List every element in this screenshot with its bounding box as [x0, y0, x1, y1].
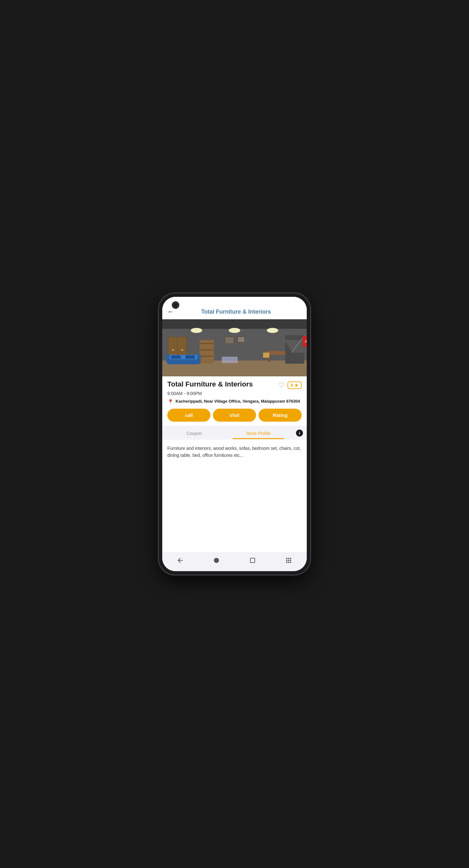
svg-rect-44 — [288, 560, 289, 561]
svg-point-4 — [267, 328, 278, 333]
info-icon: i — [296, 430, 303, 437]
svg-rect-43 — [286, 560, 287, 561]
svg-rect-26 — [263, 352, 269, 358]
svg-rect-48 — [290, 562, 291, 563]
store-description: Furniture and interiors, wood works, sof… — [167, 445, 302, 459]
svg-rect-30 — [287, 342, 304, 345]
visit-button[interactable]: Visit — [213, 409, 256, 422]
svg-rect-13 — [200, 349, 213, 350]
action-buttons: call Visit Rating — [167, 409, 302, 422]
store-image: IN — [162, 319, 307, 376]
svg-rect-37 — [222, 357, 238, 363]
svg-rect-15 — [225, 337, 234, 344]
bottom-nav — [162, 553, 307, 571]
svg-rect-39 — [250, 558, 255, 563]
tab-store-profile[interactable]: Store Profile — [226, 427, 290, 439]
phone-device: ← Total Furniture & Interiors — [158, 293, 311, 575]
location-icon: 📍 — [167, 399, 174, 405]
rating-value: 0 — [291, 383, 293, 388]
svg-point-3 — [229, 328, 240, 333]
store-name: Total Furniture & Interiors — [167, 380, 279, 389]
rating-badge[interactable]: 0 ★ — [287, 381, 302, 389]
nav-apps-button[interactable] — [284, 556, 293, 565]
svg-rect-14 — [200, 356, 213, 357]
page-title: Total Furniture & Interiors — [178, 309, 294, 315]
info-tab-button[interactable]: i — [290, 426, 307, 440]
svg-rect-45 — [290, 560, 291, 561]
call-button[interactable]: call — [167, 409, 210, 422]
tab-bar: Coupon Store Profile i — [162, 426, 307, 440]
svg-rect-19 — [166, 354, 170, 363]
svg-point-38 — [214, 558, 219, 563]
phone-screen: ← Total Furniture & Interiors — [162, 297, 307, 571]
svg-rect-47 — [288, 562, 289, 563]
back-button[interactable]: ← — [167, 308, 174, 315]
svg-point-10 — [181, 349, 183, 351]
store-hours: 9:00AM - 9:00PM — [167, 391, 302, 396]
svg-point-2 — [191, 328, 202, 333]
svg-rect-29 — [285, 340, 304, 342]
svg-rect-21 — [171, 355, 181, 359]
nav-back-button[interactable] — [176, 556, 185, 565]
svg-rect-41 — [288, 558, 289, 559]
svg-rect-42 — [290, 558, 291, 559]
rating-button[interactable]: Rating — [259, 409, 302, 422]
svg-rect-20 — [198, 354, 201, 363]
store-address: Kacherippadi, Near Village Office, Venga… — [176, 399, 300, 404]
store-address-row: 📍 Kacherippadi, Near Village Office, Ven… — [167, 399, 302, 405]
store-meta-right: ♡ 0 ★ — [279, 381, 302, 389]
svg-rect-16 — [238, 337, 245, 342]
svg-rect-32 — [290, 347, 304, 350]
svg-rect-22 — [185, 355, 195, 359]
svg-rect-46 — [286, 562, 287, 563]
nav-home-button[interactable] — [212, 556, 221, 565]
svg-rect-40 — [286, 558, 287, 559]
top-bar: ← Total Furniture & Interiors — [162, 297, 307, 319]
svg-point-9 — [172, 349, 174, 351]
svg-text:IN: IN — [305, 340, 307, 343]
content-area: Furniture and interiors, wood works, sof… — [162, 440, 307, 553]
app-screen: ← Total Furniture & Interiors — [162, 297, 307, 571]
store-info: Total Furniture & Interiors ♡ 0 ★ 9:00AM… — [162, 376, 307, 426]
nav-recent-button[interactable] — [248, 556, 257, 565]
store-name-row: Total Furniture & Interiors ♡ 0 ★ — [167, 380, 302, 389]
camera — [172, 301, 179, 309]
tab-coupon[interactable]: Coupon — [162, 427, 226, 439]
svg-rect-12 — [200, 343, 213, 344]
favorite-button[interactable]: ♡ — [279, 382, 285, 389]
star-icon: ★ — [294, 383, 298, 388]
